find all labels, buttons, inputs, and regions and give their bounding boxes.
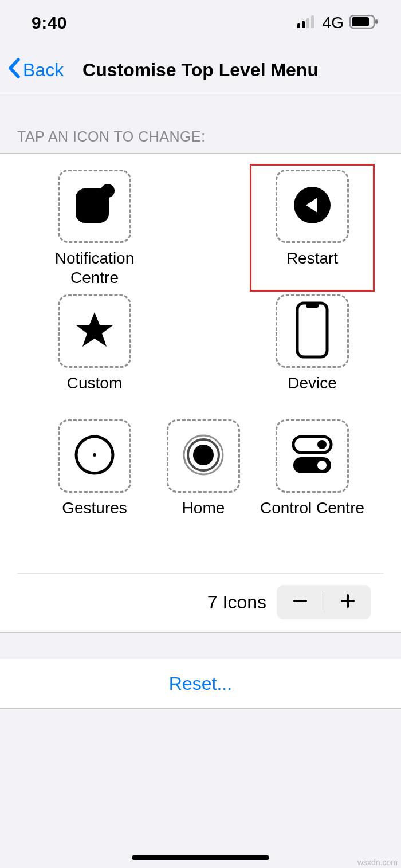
- svg-rect-13: [306, 303, 319, 308]
- icon-slot: [276, 170, 349, 243]
- back-label: Back: [23, 60, 64, 81]
- notification-centre-icon: [72, 183, 117, 230]
- icon-label: Gestures: [62, 498, 127, 537]
- icon-slot: [58, 170, 131, 243]
- icon-label: Home: [182, 498, 225, 537]
- plus-icon: [340, 593, 356, 611]
- star-icon: [74, 310, 115, 352]
- back-button[interactable]: Back: [0, 57, 64, 84]
- svg-rect-3: [311, 15, 314, 28]
- icon-count-label: 7 Icons: [207, 592, 266, 613]
- svg-rect-25: [347, 594, 349, 608]
- icon-cell-notification-centre[interactable]: Notification Centre: [40, 170, 149, 288]
- reset-button[interactable]: Reset...: [0, 659, 401, 709]
- cellular-signal-icon: [297, 15, 317, 30]
- stepper-decrement-button[interactable]: [277, 585, 324, 619]
- icon-slot: [276, 419, 349, 493]
- svg-marker-11: [76, 312, 113, 347]
- minus-icon: [292, 593, 308, 611]
- restart-icon: [292, 185, 332, 227]
- chevron-left-icon: [7, 57, 22, 84]
- icon-slot: [58, 294, 131, 368]
- icon-label: Custom: [67, 374, 122, 413]
- icons-panel: Notification Centre Restart: [0, 153, 401, 633]
- svg-point-15: [93, 453, 96, 457]
- svg-rect-12: [297, 303, 327, 357]
- icon-cell-home[interactable]: Home: [149, 419, 258, 537]
- icon-cell-custom[interactable]: Custom: [40, 294, 149, 413]
- svg-rect-23: [293, 600, 307, 602]
- icon-label: Control Centre: [260, 498, 364, 537]
- icon-count-stepper: [277, 585, 371, 619]
- stepper-increment-button[interactable]: [324, 585, 371, 619]
- network-type-label: 4G: [323, 14, 344, 32]
- icon-label: Restart: [286, 249, 338, 288]
- icon-cell-gestures[interactable]: Gestures: [40, 419, 149, 537]
- icon-grid: Notification Centre Restart: [0, 154, 401, 549]
- phone-icon: [296, 301, 329, 361]
- section-header: TAP AN ICON TO CHANGE:: [0, 95, 401, 153]
- navigation-bar: Back Customise Top Level Menu: [0, 46, 401, 95]
- icon-cell-control-centre[interactable]: Control Centre: [258, 419, 367, 537]
- icon-label: Notification Centre: [40, 249, 149, 288]
- status-indicators: 4G: [297, 14, 378, 32]
- watermark: wsxdn.com: [357, 858, 398, 867]
- svg-point-22: [317, 461, 327, 470]
- icon-cell-restart[interactable]: Restart: [258, 170, 367, 288]
- home-button-icon: [181, 433, 226, 480]
- gestures-icon: [72, 433, 117, 480]
- svg-rect-5: [352, 17, 369, 26]
- status-bar: 9:40 4G: [0, 0, 401, 46]
- svg-point-8: [101, 184, 115, 198]
- icon-slot: [276, 294, 349, 368]
- restart-highlight: Restart: [250, 164, 375, 292]
- svg-point-20: [317, 440, 327, 449]
- icon-slot: [58, 419, 131, 493]
- icon-label: Device: [288, 374, 337, 413]
- control-centre-icon: [290, 434, 335, 478]
- svg-rect-6: [375, 19, 378, 24]
- svg-point-18: [193, 445, 214, 465]
- battery-icon: [349, 15, 378, 31]
- icon-count-row: 7 Icons: [17, 573, 384, 632]
- icon-cell-device[interactable]: Device: [258, 294, 367, 413]
- svg-rect-2: [306, 18, 309, 28]
- svg-rect-1: [302, 21, 305, 28]
- status-time: 9:40: [32, 13, 67, 33]
- svg-rect-0: [297, 23, 300, 28]
- home-indicator[interactable]: [132, 855, 269, 860]
- icon-slot: [167, 419, 240, 493]
